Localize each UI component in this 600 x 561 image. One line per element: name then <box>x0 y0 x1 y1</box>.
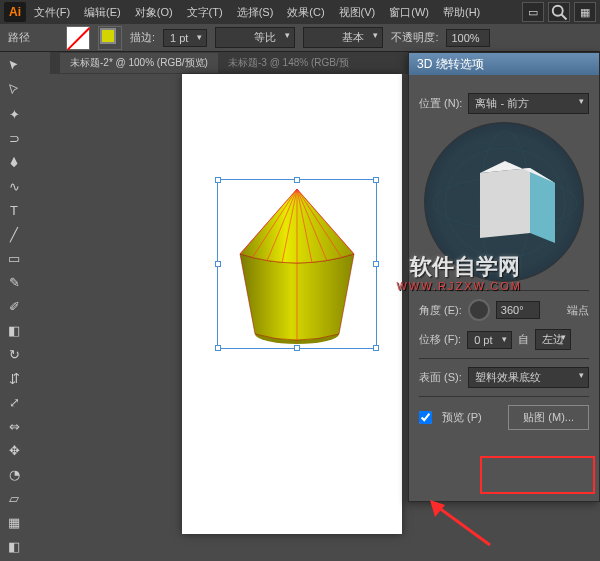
menu-bar: Ai 文件(F) 编辑(E) 对象(O) 文字(T) 选择(S) 效果(C) 视… <box>0 0 600 24</box>
free-transform-tool-icon[interactable]: ✥ <box>3 439 25 461</box>
selection-tool-icon[interactable] <box>3 55 25 77</box>
lasso-tool-icon[interactable]: ⊃ <box>3 127 25 149</box>
surface-label: 表面 (S): <box>419 370 462 385</box>
artboard <box>182 74 402 534</box>
bounding-box <box>217 179 377 349</box>
menu-text[interactable]: 文字(T) <box>181 3 229 22</box>
search-icon[interactable] <box>548 2 570 22</box>
handle-tl[interactable] <box>215 177 221 183</box>
app-logo: Ai <box>4 2 26 22</box>
paintbrush-tool-icon[interactable]: ✎ <box>3 271 25 293</box>
menu-view[interactable]: 视图(V) <box>333 3 382 22</box>
map-art-button[interactable]: 贴图 (M)... <box>508 405 589 430</box>
magic-wand-tool-icon[interactable]: ✦ <box>3 103 25 125</box>
menu-edit[interactable]: 编辑(E) <box>78 3 127 22</box>
reflect-tool-icon[interactable]: ⇵ <box>3 367 25 389</box>
handle-br[interactable] <box>373 345 379 351</box>
panel-title: 3D 绕转选项 <box>409 53 599 75</box>
pencil-tool-icon[interactable]: ✐ <box>3 295 25 317</box>
eraser-tool-icon[interactable]: ◧ <box>3 319 25 341</box>
tab-doc1[interactable]: 未标题-2* @ 100% (RGB/预览) <box>60 53 218 73</box>
curvature-tool-icon[interactable]: ∿ <box>3 175 25 197</box>
edge-dropdown[interactable]: 左边 <box>535 329 571 350</box>
shape-builder-tool-icon[interactable]: ◔ <box>3 463 25 485</box>
svg-line-1 <box>562 15 567 20</box>
menu-select[interactable]: 选择(S) <box>231 3 280 22</box>
position-label: 位置 (N): <box>419 96 462 111</box>
control-bar: 路径 描边: 1 pt 等比 基本 不透明度: 100% <box>0 24 600 52</box>
angle-input[interactable]: 360° <box>496 301 540 319</box>
cap-label: 端点 <box>567 303 589 318</box>
preview-label: 预览 (P) <box>442 410 482 425</box>
opacity-label: 不透明度: <box>391 30 438 45</box>
arrange-icon[interactable]: ▦ <box>574 2 596 22</box>
menu-window[interactable]: 窗口(W) <box>383 3 435 22</box>
tab-doc2[interactable]: 未标题-3 @ 148% (RGB/预 <box>218 53 359 73</box>
rectangle-tool-icon[interactable]: ▭ <box>3 247 25 269</box>
profile-dropdown[interactable]: 等比 <box>215 27 295 48</box>
menu-file[interactable]: 文件(F) <box>28 3 76 22</box>
fill-swatch[interactable] <box>66 26 90 50</box>
watermark-url: WWW.RJZXW.COM <box>396 280 522 292</box>
menu-object[interactable]: 对象(O) <box>129 3 179 22</box>
stroke-weight-input[interactable]: 1 pt <box>163 29 207 47</box>
workspace-icon[interactable]: ▭ <box>522 2 544 22</box>
path-label: 路径 <box>8 30 30 45</box>
type-tool-icon[interactable]: T <box>3 199 25 221</box>
menu-help[interactable]: 帮助(H) <box>437 3 486 22</box>
handle-tr[interactable] <box>373 177 379 183</box>
menu-effect[interactable]: 效果(C) <box>281 3 330 22</box>
angle-label: 角度 (E): <box>419 303 462 318</box>
rotate-tool-icon[interactable]: ↻ <box>3 343 25 365</box>
handle-bm[interactable] <box>294 345 300 351</box>
handle-mr[interactable] <box>373 261 379 267</box>
line-tool-icon[interactable]: ╱ <box>3 223 25 245</box>
width-tool-icon[interactable]: ⇔ <box>3 415 25 437</box>
gradient-tool-icon[interactable]: ◧ <box>3 535 25 557</box>
brush-dropdown[interactable]: 基本 <box>303 27 383 48</box>
handle-bl[interactable] <box>215 345 221 351</box>
offset-input[interactable]: 0 pt <box>467 331 511 349</box>
angle-dial[interactable] <box>468 299 490 321</box>
surface-dropdown[interactable]: 塑料效果底纹 <box>468 367 589 388</box>
toolbox: ✦ ⊃ ∿ T ╱ ▭ ✎ ✐ ◧ ↻ ⇵ ⤢ ⇔ ✥ ◔ ▱ ▦ ◧ ✎ ⧉ … <box>0 52 50 561</box>
stroke-label: 描边: <box>130 30 155 45</box>
from-label: 自 <box>518 332 529 347</box>
handle-tm[interactable] <box>294 177 300 183</box>
watermark-text: 软件自学网 <box>410 252 520 282</box>
preview-checkbox[interactable] <box>419 411 432 424</box>
handle-ml[interactable] <box>215 261 221 267</box>
3d-shape[interactable] <box>222 184 372 344</box>
direct-selection-tool-icon[interactable] <box>3 79 25 101</box>
perspective-tool-icon[interactable]: ▱ <box>3 487 25 509</box>
offset-label: 位移 (F): <box>419 332 461 347</box>
scale-tool-icon[interactable]: ⤢ <box>3 391 25 413</box>
stroke-swatch[interactable] <box>98 26 122 50</box>
position-dropdown[interactable]: 离轴 - 前方 <box>468 93 589 114</box>
opacity-input[interactable]: 100% <box>446 29 490 47</box>
pen-tool-icon[interactable] <box>3 151 25 173</box>
mesh-tool-icon[interactable]: ▦ <box>3 511 25 533</box>
svg-point-0 <box>553 6 563 16</box>
